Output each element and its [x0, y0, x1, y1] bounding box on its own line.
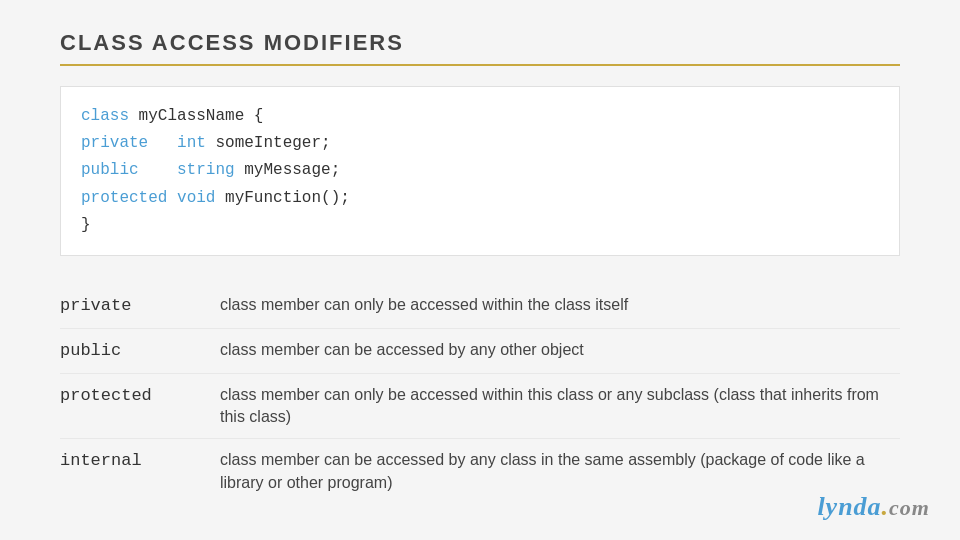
type-string: string: [177, 161, 235, 179]
def-row-protected: protected class member can only be acces…: [60, 374, 900, 440]
def-row-private: private class member can only be accesse…: [60, 284, 900, 329]
page-title: CLASS ACCESS MODIFIERS: [60, 30, 900, 56]
code-someInteger: someInteger;: [206, 134, 331, 152]
def-keyword-public: public: [60, 339, 220, 363]
lynda-logo: lynda.com: [817, 492, 930, 522]
title-divider: [60, 64, 900, 66]
keyword-protected: protected: [81, 189, 167, 207]
code-line-4: protected void myFunction();: [81, 185, 879, 212]
keyword-private: private: [81, 134, 148, 152]
def-keyword-protected: protected: [60, 384, 220, 408]
code-line-2: private int someInteger;: [81, 130, 879, 157]
keyword-class: class: [81, 107, 129, 125]
code-classname: myClassName {: [129, 107, 263, 125]
code-myFunction: myFunction();: [215, 189, 349, 207]
code-line-1: class myClassName {: [81, 103, 879, 130]
code-line-3: public string myMessage;: [81, 157, 879, 184]
type-void: void: [177, 189, 215, 207]
page: CLASS ACCESS MODIFIERS class myClassName…: [0, 0, 960, 540]
definitions-table: private class member can only be accesse…: [60, 284, 900, 504]
lynda-brand: lynda: [817, 492, 881, 521]
def-desc-internal: class member can be accessed by any clas…: [220, 449, 900, 494]
def-row-internal: internal class member can be accessed by…: [60, 439, 900, 504]
def-keyword-internal: internal: [60, 449, 220, 473]
def-desc-private: class member can only be accessed within…: [220, 294, 900, 316]
lynda-dot: .: [882, 492, 890, 521]
code-block: class myClassName { private int someInte…: [60, 86, 900, 256]
code-myMessage: myMessage;: [235, 161, 341, 179]
def-desc-public: class member can be accessed by any othe…: [220, 339, 900, 361]
lynda-com: com: [889, 495, 930, 520]
def-row-public: public class member can be accessed by a…: [60, 329, 900, 374]
def-keyword-private: private: [60, 294, 220, 318]
type-int: int: [177, 134, 206, 152]
keyword-public: public: [81, 161, 139, 179]
code-line-5: }: [81, 212, 879, 239]
def-desc-protected: class member can only be accessed within…: [220, 384, 900, 429]
